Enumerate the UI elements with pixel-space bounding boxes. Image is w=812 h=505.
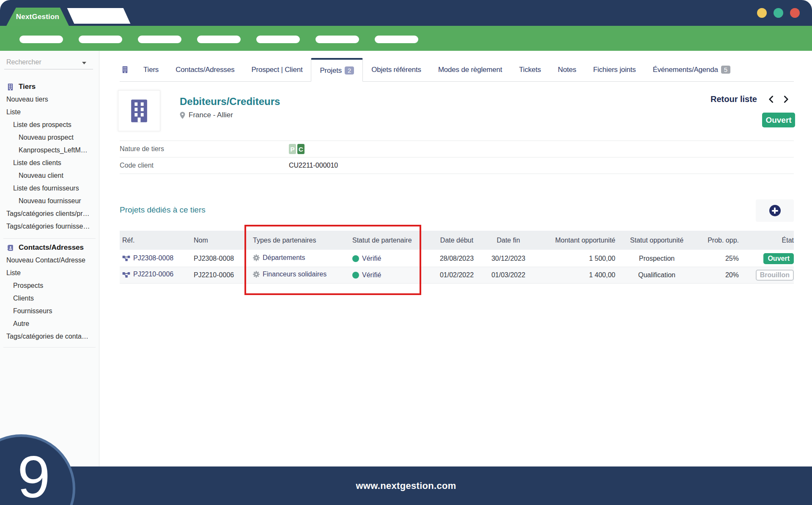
search-placeholder: Rechercher <box>6 58 41 66</box>
tab-v-nements-agenda[interactable]: Événements/Agenda5 <box>644 58 739 81</box>
tab-home-icon[interactable] <box>120 58 135 81</box>
column-header-statut-opportunit[interactable]: Statut opportunité <box>618 231 696 250</box>
record-nav: Retour liste <box>710 94 790 104</box>
sidebar-item-autre[interactable]: Autre <box>0 317 99 330</box>
column-header-tat[interactable]: État <box>741 231 794 250</box>
partner-type-label: Départements <box>263 254 305 262</box>
sidebar-section-title: Contacts/Adresses <box>19 243 84 252</box>
column-header-statut-de-partenaire[interactable]: Statut de partenaire <box>350 231 430 250</box>
sidebar-item-nouveau-contact-adresse[interactable]: Nouveau Contact/Adresse <box>0 254 99 267</box>
partner-status-label: Vérifié <box>362 255 381 262</box>
record-status-button[interactable]: Ouvert <box>762 113 795 127</box>
column-header-montant-opportunit[interactable]: Montant opportunité <box>533 231 618 250</box>
tab-prospect-client[interactable]: Prospect | Client <box>243 58 311 81</box>
sidebar-section-contacts-adresses[interactable]: Contacts/Adresses <box>0 241 99 254</box>
cell-date-debut: 28/08/2023 <box>430 250 483 267</box>
tab-tickets[interactable]: Tickets <box>510 58 549 81</box>
etat-badge-success[interactable]: Ouvert <box>763 253 794 264</box>
green-dot-icon <box>352 255 359 262</box>
table-row-pj2308-0008[interactable]: PJ2308-0008PJ2308-0008DépartementsVérifi… <box>120 250 794 267</box>
main-content: TiersContacts/AdressesProspect | ClientP… <box>99 51 812 466</box>
nav-menu-item-placeholder[interactable] <box>375 36 418 43</box>
nav-menu-item-placeholder[interactable] <box>197 36 241 43</box>
table-header-row: Réf.NomTypes de partenairesStatut de par… <box>120 231 794 250</box>
teal-window-dot[interactable] <box>774 8 783 18</box>
project-ref-link[interactable]: PJ2210-0006 <box>133 270 173 278</box>
nav-menu-placeholders <box>19 36 418 43</box>
cell-ref: PJ2308-0008 <box>120 250 191 267</box>
record-tabbar: TiersContacts/AdressesProspect | ClientP… <box>120 58 794 82</box>
back-to-list-link[interactable]: Retour liste <box>710 94 757 104</box>
nav-menu-item-placeholder[interactable] <box>19 36 63 43</box>
sidebar-item-liste[interactable]: Liste <box>0 106 99 119</box>
cell-type-partenaire: Financeurs solidaires <box>250 267 350 283</box>
tab-contacts-adresses[interactable]: Contacts/Adresses <box>167 58 243 81</box>
cell-date-fin: 30/12/2023 <box>483 250 533 267</box>
sidebar-item-tags-cat-gories-fournisse[interactable]: Tags/catégories fournisse… <box>0 220 99 233</box>
record-location-text: France - Allier <box>189 111 233 119</box>
sidebar-item-liste-des-prospects[interactable]: Liste des prospects <box>0 119 99 131</box>
sidebar-section-tiers[interactable]: Tiers <box>0 80 99 93</box>
nav-menu-item-placeholder[interactable] <box>138 36 181 43</box>
tab-objets-r-f-rents[interactable]: Objets référents <box>363 58 430 81</box>
sidebar-item-fournisseurs[interactable]: Fournisseurs <box>0 305 99 317</box>
cell-nom: PJ2308-0008 <box>191 250 250 267</box>
project-ref-link[interactable]: PJ2308-0008 <box>133 254 173 262</box>
column-header-r-f[interactable]: Réf. <box>120 231 191 250</box>
sidebar-section-title: Tiers <box>19 83 36 91</box>
sidebar-item-liste[interactable]: Liste <box>0 267 99 279</box>
tab-label: Projets <box>320 66 342 75</box>
column-header-types-de-partenaires[interactable]: Types de partenaires <box>250 231 350 250</box>
partner-type-label: Financeurs solidaires <box>263 270 326 278</box>
tab-label: Notes <box>558 66 576 74</box>
sidebar-divider <box>3 347 96 348</box>
tab-tiers[interactable]: Tiers <box>135 58 167 81</box>
cell-nom: PJ2210-0006 <box>191 267 250 283</box>
cell-date-debut: 01/02/2022 <box>430 267 483 283</box>
tab-label: Fichiers joints <box>593 66 636 74</box>
column-header-prob-opp[interactable]: Prob. opp. <box>696 231 741 250</box>
cell-type-partenaire: Départements <box>250 250 350 267</box>
column-header-date-fin[interactable]: Date fin <box>483 231 533 250</box>
sidebar-item-nouveau-client[interactable]: Nouveau client <box>0 169 99 182</box>
column-header-nom[interactable]: Nom <box>191 231 250 250</box>
nav-menu-item-placeholder[interactable] <box>79 36 122 43</box>
tab-projets[interactable]: Projets2 <box>311 58 363 82</box>
sidebar-item-tags-cat-gories-de-conta[interactable]: Tags/catégories de conta… <box>0 330 99 343</box>
brand-tab[interactable]: NextGestion <box>6 8 69 26</box>
cell-statut-opportunite: Qualification <box>618 267 696 283</box>
partner-status-label: Vérifié <box>362 271 381 279</box>
sidebar-item-nouveau-fournisseur[interactable]: Nouveau fournisseur <box>0 195 99 207</box>
sidebar-item-clients[interactable]: Clients <box>0 292 99 305</box>
sidebar-item-nouveau-prospect[interactable]: Nouveau prospect <box>0 131 99 144</box>
cell-montant: 1 500,00 <box>533 250 618 267</box>
next-record-button[interactable] <box>782 96 790 103</box>
nav-menu-item-placeholder[interactable] <box>315 36 359 43</box>
tab-modes-de-r-glement[interactable]: Modes de règlement <box>430 58 510 81</box>
main-nav-bar <box>0 26 812 51</box>
sidebar-item-nouveau-tiers[interactable]: Nouveau tiers <box>0 93 99 106</box>
logo-placeholder <box>67 8 131 24</box>
tab-notes[interactable]: Notes <box>549 58 584 81</box>
add-project-button[interactable] <box>756 199 794 222</box>
etat-badge-draft[interactable]: Brouillon <box>756 270 794 281</box>
previous-record-button[interactable] <box>768 96 775 103</box>
sidebar-item-prospects[interactable]: Prospects <box>0 279 99 292</box>
sidebar-item-liste-des-fournisseurs[interactable]: Liste des fournisseurs <box>0 182 99 195</box>
tab-label: Tickets <box>519 66 541 74</box>
tab-count-badge: 2 <box>345 66 354 75</box>
sidebar-search[interactable]: Rechercher <box>6 58 90 69</box>
chevron-down-icon[interactable] <box>82 62 86 64</box>
column-header-date-d-but[interactable]: Date début <box>430 231 483 250</box>
cell-etat: Brouillon <box>741 267 794 283</box>
table-row-pj2210-0006[interactable]: PJ2210-0006PJ2210-0006Financeurs solidai… <box>120 267 794 283</box>
sidebar-item-tags-cat-gories-clients-pr[interactable]: Tags/catégories clients/pr… <box>0 207 99 220</box>
tab-fichiers-joints[interactable]: Fichiers joints <box>585 58 645 81</box>
yellow-window-dot[interactable] <box>757 8 767 18</box>
green-dot-icon <box>352 272 359 279</box>
nav-menu-item-placeholder[interactable] <box>256 36 300 43</box>
red-window-dot[interactable] <box>790 8 800 18</box>
sidebar-item-liste-des-clients[interactable]: Liste des clients <box>0 157 99 169</box>
sidebar-item-kanprospects-leftm[interactable]: Kanprospects_LeftM… <box>0 144 99 157</box>
sidebar: Rechercher TiersNouveau tiersListeListe … <box>0 51 99 466</box>
